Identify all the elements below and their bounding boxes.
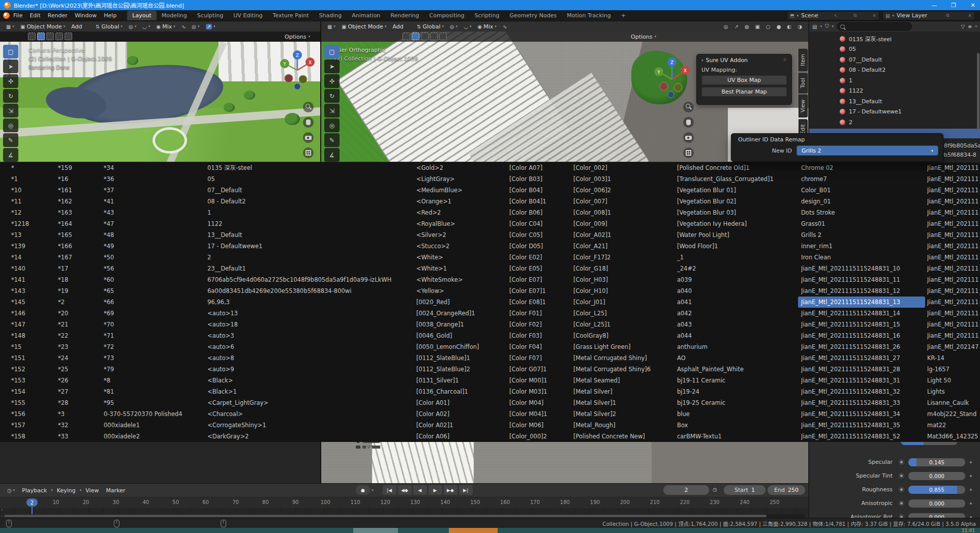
dropdown-item[interactable]: bj19-25 Ceramic [677,397,799,408]
select-box-tool-icon[interactable]: ▢ [324,45,340,58]
dropdown-item[interactable]: *56 [104,263,205,274]
selectability-icon[interactable]: ◎▾ [189,23,202,30]
dropdown-item[interactable]: *14 [11,252,56,263]
workspace-tab[interactable]: Texture Paint [268,11,314,20]
workspace-tab[interactable]: Scripting [469,11,504,20]
dropdown-item[interactable]: JianE_Mtl_2021115115248831_34 [801,408,925,420]
dropdown-item[interactable]: *79 [104,364,205,375]
dropdown-item[interactable]: Color_B01 [801,185,925,196]
dropdown-item[interactable]: [Color_002] [573,162,675,173]
workspace-tab[interactable]: + [616,11,631,20]
dropdown-item[interactable]: *145 [11,297,56,308]
dropdown-item[interactable]: 96,96,3 [207,297,413,308]
menu-item[interactable]: Window [71,11,100,20]
end-frame-field[interactable]: End250 [768,485,805,495]
dropdown-item[interactable]: [Color F07] [509,352,571,364]
outliner-row[interactable]: 13__Default [809,96,980,107]
dropdown-item[interactable]: [0046_Gold] [416,330,508,341]
taskbar-active-block[interactable] [449,528,498,533]
menu-item[interactable]: Help [100,11,120,20]
dropdown-item[interactable]: [Color A07] [509,162,571,173]
dropdown-item[interactable]: *3 [58,408,102,420]
pivot-selector[interactable]: ◎▾ [126,23,139,30]
dropdown-item[interactable]: <White> [416,252,508,263]
dropdown-item[interactable]: *72 [104,341,205,352]
dropdown-item[interactable]: *156 [11,408,56,420]
ruler-frame-label[interactable]: 60 [202,499,209,505]
dropdown-item[interactable]: [Color E02] [509,252,571,263]
snap-magnet-icon[interactable]: ◡▾ [139,23,153,30]
dropdown-item[interactable]: <Gold>2 [416,162,508,173]
dropdown-item[interactable]: [Metal_Rough] [573,420,675,431]
new-scene-icon[interactable]: ⧉ [853,13,856,18]
dropdown-item[interactable]: Iron Clean [801,252,925,263]
dropdown-item[interactable]: [Color M03]1 [509,386,571,397]
dropdown-item[interactable]: 2 [207,252,413,263]
dropdown-item[interactable]: *155 [11,397,56,408]
ruler-frame-label[interactable]: 70 [232,499,239,505]
workspace-tab[interactable]: Modeling [157,11,192,20]
dropdown-item[interactable]: 13__Default [207,229,413,241]
scale-tool-icon[interactable]: ⇲ [3,104,18,117]
dropdown-item[interactable]: [Color E08]1 [509,297,571,308]
dropdown-item[interactable]: Grass01 [801,218,925,229]
dropdown-item[interactable]: *71 [104,330,205,341]
display-mode-icon[interactable]: ▤ [812,24,817,29]
dropdown-item[interactable]: [Color A01] [416,397,508,408]
dropdown-item[interactable]: JianE_Mtl_202111 [927,252,980,263]
dropdown-item[interactable]: *12 [11,207,56,218]
dropdown-item[interactable]: [Vegetation Blur 02] [677,196,799,207]
shading-solid-icon[interactable]: ● [774,23,784,30]
dropdown-item[interactable]: <auto>8 [207,352,413,364]
dropdown-item[interactable]: [Color_000]2 [509,431,571,442]
dropdown-item[interactable]: 6a00d83451db4269e200e55380b5f68834-800wi [207,285,413,297]
dropdown-item[interactable]: *25 [58,364,102,375]
dropdown-item[interactable]: *2 [58,297,102,308]
dropdown-item[interactable]: anthurium [677,341,799,352]
ruler-frame-label[interactable]: 30 [113,499,119,505]
pan-hand-icon[interactable] [683,117,694,128]
dropdown-item[interactable]: JianE_Mtl_2021115115248831_28 [801,364,925,375]
dropdown-item[interactable]: JianE_Mtl_2021115115248831_10 [801,263,925,274]
shading-rendered-icon[interactable]: ◑ [794,23,805,30]
new-layer-icon[interactable]: ⧉ [946,13,949,18]
dropdown-item[interactable]: JianE_Mtl_202111 [927,297,980,308]
dropdown-item[interactable]: [Metal Silver] [573,386,675,397]
falloff-selector[interactable]: ◉Mix▾ [154,23,178,31]
dropdown-item[interactable]: JianE_Mtl_202147 [927,341,980,352]
ruler-frame-label[interactable]: 40 [142,499,149,505]
dropdown-item[interactable]: [0136_Charcoal]1 [416,386,508,397]
overlays-toggle-icon[interactable]: ◍ [742,23,752,30]
expand-arrow-icon[interactable]: › [1,507,3,512]
dropdown-item[interactable]: JianE_Mtl_2021115115248831_27 [801,352,925,364]
dropdown-item[interactable]: bj19-24 [677,386,799,397]
camera-view-icon[interactable] [303,132,314,143]
menu-item[interactable]: File [10,11,26,20]
dropdown-item[interactable]: <WhiteSmoke> [416,274,508,285]
transform-tool-icon[interactable]: ◎ [324,119,340,132]
dropdown-item[interactable]: *60 [104,274,205,285]
decorator-icon[interactable] [898,458,905,466]
dropdown-item[interactable]: [Color E07]1 [509,285,571,297]
dropdown-item[interactable]: *19 [58,285,102,297]
dropdown-item[interactable]: mat22 [927,420,980,431]
dropdown-item[interactable]: m4obj222_Stand [927,408,980,420]
dropdown-item[interactable]: [Vegetation Blur 01] [677,185,799,196]
timeline-ruler[interactable]: 2102030405060708090100110120130140150160… [0,497,808,509]
dropdown-item[interactable]: JianE_Mtl_202111 [927,207,980,218]
outliner-row[interactable]: 08 - Default2 [809,65,980,76]
view-menu[interactable]: View [82,487,102,494]
dropdown-item[interactable]: [Color E07] [509,274,571,285]
auto-key-button[interactable]: ● [356,485,370,495]
outliner-scrollbar[interactable] [977,53,979,129]
dropdown-item[interactable]: [Color F02] [509,319,571,330]
maximize-button[interactable]: ❐ [951,2,957,9]
dropdown-item[interactable]: *65 [104,285,205,297]
dropdown-item[interactable]: *15 [11,341,56,352]
dropdown-item[interactable]: JianE_Mtl_202111 [927,308,980,319]
select-box-tool-icon[interactable]: ▢ [3,45,18,58]
dropdown-item[interactable]: JianE_Mtl_2021115115248831_26 [801,341,925,352]
dropdown-item[interactable]: <auto>6 [207,341,413,352]
gizmos-toggle-icon[interactable]: ↗ [731,23,741,30]
select-lasso-icon[interactable] [430,33,438,40]
